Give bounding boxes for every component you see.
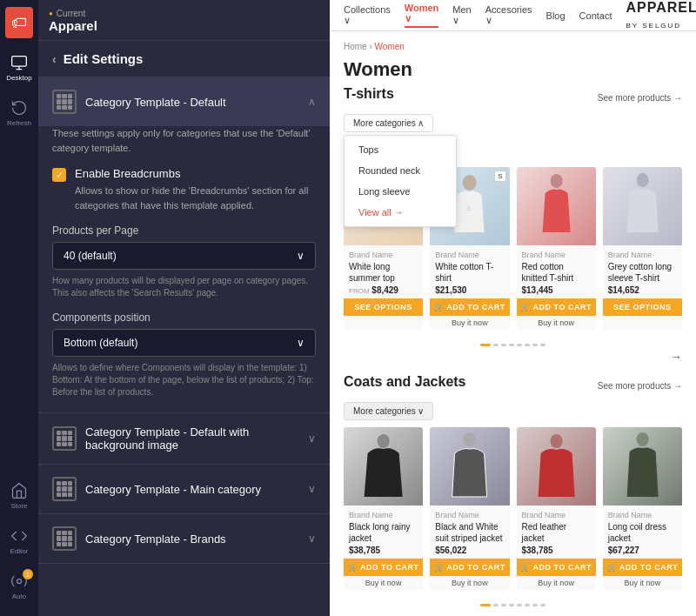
sidebar-item-auto[interactable]: 1 Auto: [0, 564, 38, 609]
current-label: Current: [49, 9, 319, 18]
nav-contact[interactable]: Contact: [579, 10, 612, 21]
product-btn-2[interactable]: 🛒 ADD TO CART: [430, 298, 509, 316]
dot-5: [517, 344, 522, 346]
svg-text:S: S: [466, 204, 471, 212]
coats-next[interactable]: →: [344, 610, 682, 616]
section-brands-header[interactable]: Category Template - Brands ∨: [38, 514, 330, 563]
product-info-3: Brand Name Red cotton knitted T-shirt $1…: [517, 245, 596, 298]
tab-more-categories-coats[interactable]: More categories ∨: [344, 402, 433, 420]
select-chevron-icon-2: ∨: [297, 337, 304, 349]
buy-now-j1[interactable]: Buy it now: [344, 576, 423, 590]
jacket-card-1: Brand Name Black long rainy jacket $38,7…: [344, 427, 423, 590]
coats-dot-4: [509, 604, 514, 606]
jacket-price-1: $38,785: [349, 546, 418, 555]
coats-see-more[interactable]: See more products →: [598, 381, 682, 391]
breadcrumbs-checkbox[interactable]: [52, 168, 66, 182]
jacket-btn-2[interactable]: 🛒 ADD TO CART: [430, 559, 509, 576]
svg-rect-0: [12, 57, 27, 67]
main-content: Collections ∨ Women ∨ Men ∨ Accesories ∨…: [330, 0, 696, 616]
section-main-category-chevron: ∨: [308, 483, 316, 495]
jacket-btn-1[interactable]: 🛒 ADD TO CART: [344, 559, 423, 576]
section-default-header[interactable]: Category Template - Default ∧: [38, 77, 330, 126]
nav-collections[interactable]: Collections ∨: [344, 4, 391, 26]
coats-title-row: Coats and Jackets See more products →: [344, 374, 682, 397]
breadcrumbs-label: Enable Breadcrumbs: [75, 167, 316, 180]
buy-now-j2[interactable]: Buy it now: [430, 576, 509, 590]
components-position-select[interactable]: Bottom (default) ∨: [52, 329, 316, 357]
product-brand-2: Brand Name: [435, 251, 504, 259]
store-brand: APPARELBY SELGUD: [626, 0, 697, 31]
section-brands-chevron: ∨: [308, 532, 316, 545]
jacket-info-4: Brand Name Long coil dress jacket $67,22…: [603, 506, 682, 559]
coats-dot-3: [501, 604, 506, 606]
dropdown-rounded-neck[interactable]: Rounded neck: [345, 160, 456, 181]
svg-point-5: [550, 174, 562, 188]
svg-point-1: [17, 579, 22, 584]
svg-point-7: [378, 434, 390, 448]
tshirts-section: T-shirts See more products → More catego…: [344, 86, 682, 364]
tshirts-next[interactable]: →: [344, 350, 682, 364]
section-icon-brands: [52, 526, 77, 551]
tshirts-see-more[interactable]: See more products →: [598, 93, 682, 103]
dropdown-long-sleeve[interactable]: Long sleeve: [345, 181, 456, 202]
sidebar-item-editor[interactable]: Editor: [0, 519, 38, 564]
product-info-1: Brand Name White long summer top FROM $8…: [344, 245, 423, 298]
breadcrumb-current: Women: [375, 42, 405, 51]
jacket-card-3: Brand Name Red leather jacket $38,785 🛒 …: [517, 427, 596, 590]
section-default-bg-title: Category Template - Default with backgro…: [85, 425, 299, 452]
dropdown-view-all[interactable]: View all →: [345, 202, 456, 223]
coats-dot-5: [517, 604, 522, 606]
product-btn-4[interactable]: SEE OPTIONS: [603, 298, 682, 316]
product-btn-3[interactable]: 🛒 ADD TO CART: [517, 298, 596, 316]
nav-accessories[interactable]: Accesories ∨: [485, 4, 532, 26]
product-name-2: White cotton T-shirt: [435, 261, 504, 284]
svg-point-3: [463, 175, 477, 191]
product-btn-1[interactable]: SEE OPTIONS: [344, 298, 423, 316]
sidebar-item-desktop[interactable]: Desktop: [0, 45, 38, 90]
jacket-name-2: Black and White suit striped jacket: [435, 521, 504, 544]
jacket-info-1: Brand Name Black long rainy jacket $38,7…: [344, 506, 423, 559]
nav-men[interactable]: Men ∨: [452, 4, 471, 26]
product-img-4: [603, 167, 682, 245]
section-default-desc: These settings apply only for categories…: [52, 126, 316, 155]
product-name-1: White long summer top: [349, 261, 418, 284]
nav-blog[interactable]: Blog: [546, 10, 566, 21]
store-nav: Collections ∨ Women ∨ Men ∨ Accesories ∨…: [330, 0, 696, 31]
auto-badge: 1: [23, 569, 33, 579]
product-card-3: Brand Name Red cotton knitted T-shirt $1…: [517, 167, 596, 330]
product-price-2: $21,530: [435, 285, 504, 295]
coats-dot-7: [532, 604, 538, 606]
dot-4: [509, 344, 514, 346]
product-img-wrap-3: [517, 167, 596, 245]
sidebar-item-refresh[interactable]: Refresh: [0, 90, 38, 136]
section-main-category-header[interactable]: Category Template - Main category ∨: [38, 465, 330, 513]
jacket-btn-4[interactable]: 🛒 ADD TO CART: [603, 559, 682, 576]
product-brand-1: Brand Name: [349, 251, 418, 259]
app-header: Current Apparel: [38, 0, 330, 41]
products-per-page-select[interactable]: 40 (default) ∨: [52, 242, 316, 270]
section-default-bg-header[interactable]: Category Template - Default with backgro…: [38, 413, 330, 464]
section-default-bg-chevron: ∨: [308, 432, 316, 445]
tab-more-categories-tshirts[interactable]: More categories ∧: [344, 114, 433, 132]
dot-3: [501, 344, 506, 346]
coats-dot-6: [525, 604, 530, 606]
section-main-category: Category Template - Main category ∨: [38, 465, 330, 514]
buy-now-2[interactable]: Buy it now: [430, 316, 509, 330]
product-price-4: $14,652: [608, 285, 677, 295]
sidebar-item-store[interactable]: Store: [0, 473, 38, 519]
buy-now-j4[interactable]: Buy it now: [603, 576, 682, 590]
product-brand-3: Brand Name: [522, 251, 591, 259]
buy-now-j3[interactable]: Buy it now: [517, 576, 596, 590]
buy-now-3[interactable]: Buy it now: [517, 316, 596, 330]
nav-women[interactable]: Women ∨: [405, 3, 439, 28]
store-content: Home › Women Women T-shirts See more pro…: [330, 31, 696, 616]
product-name-4: Grey cotton long sleeve T-shirt: [608, 261, 677, 284]
section-default-content: These settings apply only for categories…: [38, 126, 330, 412]
back-button[interactable]: ‹: [52, 52, 57, 66]
app-title: Apparel: [49, 18, 319, 33]
category-tabs-tshirts: More categories ∧: [344, 114, 682, 132]
jacket-price-4: $67,227: [608, 546, 677, 555]
jacket-btn-3[interactable]: 🛒 ADD TO CART: [517, 559, 596, 576]
dropdown-tops[interactable]: Tops: [345, 139, 456, 160]
app-logo-icon[interactable]: 🏷: [5, 7, 33, 38]
